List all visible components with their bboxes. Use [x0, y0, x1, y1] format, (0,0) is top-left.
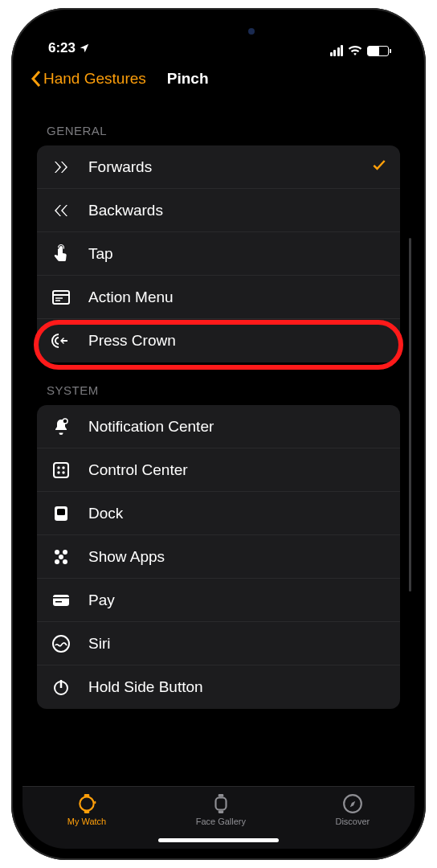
checkmark-icon [371, 157, 387, 177]
row-label: Press Crown [88, 332, 176, 350]
press-crown-icon [50, 331, 72, 350]
svg-point-15 [55, 559, 59, 564]
section-header-general: GENERAL [22, 100, 415, 145]
svg-rect-0 [53, 291, 69, 304]
svg-point-6 [57, 466, 59, 469]
row-label: Forwards [88, 158, 152, 176]
cellular-icon [330, 45, 344, 56]
face-gallery-icon [210, 793, 231, 814]
svg-point-20 [53, 636, 69, 652]
row-label: Notification Center [88, 418, 214, 436]
svg-rect-24 [84, 794, 90, 796]
nav-title: Pinch [167, 70, 209, 88]
row-label: Action Menu [88, 289, 174, 306]
backwards-icon [50, 201, 72, 220]
back-button[interactable]: Hand Gestures [31, 70, 146, 88]
svg-point-23 [80, 796, 93, 810]
row-label: Pay [88, 592, 115, 609]
row-forwards[interactable]: Forwards [37, 145, 400, 189]
svg-point-14 [59, 555, 63, 559]
tab-discover[interactable]: Discover [335, 793, 370, 826]
tab-face-gallery[interactable]: Face Gallery [196, 793, 246, 826]
row-label: Backwards [88, 202, 163, 219]
watch-icon [76, 793, 97, 814]
row-label: Control Center [88, 461, 188, 479]
power-icon [50, 678, 72, 697]
tab-label: My Watch [67, 817, 107, 826]
row-siri[interactable]: Siri [37, 622, 400, 665]
svg-rect-18 [53, 597, 69, 599]
svg-rect-29 [218, 811, 224, 813]
list-general: Forwards Backwards Tap [37, 145, 400, 362]
row-label: Tap [88, 245, 113, 263]
compass-icon [342, 793, 363, 814]
row-press-crown[interactable]: Press Crown [37, 319, 400, 362]
nav-bar: Hand Gestures Pinch [22, 58, 415, 100]
tap-icon [50, 244, 72, 264]
apple-pay-icon [50, 591, 72, 610]
svg-rect-17 [53, 595, 69, 606]
notch [134, 19, 303, 43]
svg-point-12 [55, 550, 59, 555]
svg-rect-19 [55, 601, 62, 603]
row-apple-pay[interactable]: Pay [37, 579, 400, 622]
svg-point-9 [62, 471, 64, 473]
svg-rect-28 [218, 794, 224, 796]
location-icon [79, 43, 90, 54]
content-area: GENERAL Forwards Backwards [22, 100, 415, 786]
wifi-icon [348, 45, 362, 56]
forwards-icon [50, 158, 72, 177]
row-label: Siri [88, 635, 110, 653]
tab-label: Discover [335, 817, 370, 826]
tab-label: Face Gallery [196, 817, 246, 826]
svg-rect-27 [215, 797, 226, 809]
row-tap[interactable]: Tap [37, 232, 400, 276]
dock-icon [50, 504, 72, 523]
row-label: Hold Side Button [88, 678, 203, 696]
svg-rect-26 [94, 801, 96, 804]
scroll-indicator[interactable] [409, 238, 411, 592]
row-control-center[interactable]: Control Center [37, 448, 400, 492]
row-action-menu[interactable]: Action Menu [37, 276, 400, 319]
svg-point-8 [57, 471, 59, 473]
row-dock[interactable]: Dock [37, 492, 400, 535]
row-notification-center[interactable]: Notification Center [37, 405, 400, 448]
svg-rect-11 [57, 509, 65, 515]
section-header-system: SYSTEM [22, 362, 415, 405]
row-label: Show Apps [88, 548, 165, 566]
svg-point-7 [62, 466, 64, 469]
svg-point-13 [63, 550, 67, 555]
row-backwards[interactable]: Backwards [37, 189, 400, 232]
svg-point-16 [63, 559, 67, 564]
row-show-apps[interactable]: Show Apps [37, 535, 400, 579]
list-system: Notification Center Control Center Dock [37, 405, 400, 709]
status-right [330, 45, 390, 56]
action-menu-icon [50, 288, 72, 307]
svg-rect-25 [84, 811, 90, 813]
battery-icon [367, 46, 389, 56]
show-apps-icon [50, 547, 72, 567]
back-label: Hand Gestures [43, 70, 146, 88]
home-indicator[interactable] [158, 838, 279, 842]
chevron-left-icon [31, 70, 42, 88]
screen: 6:23 Hand Gestures Pinch GENERAL [22, 19, 415, 849]
row-hold-side-button[interactable]: Hold Side Button [37, 665, 400, 709]
tab-my-watch[interactable]: My Watch [67, 793, 107, 826]
notification-center-icon [50, 417, 72, 436]
status-time: 6:23 [48, 40, 76, 56]
phone-frame: 6:23 Hand Gestures Pinch GENERAL [11, 8, 426, 860]
control-center-icon [50, 461, 72, 480]
status-left: 6:23 [48, 40, 90, 56]
svg-rect-5 [54, 463, 68, 477]
svg-point-4 [63, 419, 67, 424]
siri-icon [50, 634, 72, 653]
row-label: Dock [88, 505, 123, 522]
